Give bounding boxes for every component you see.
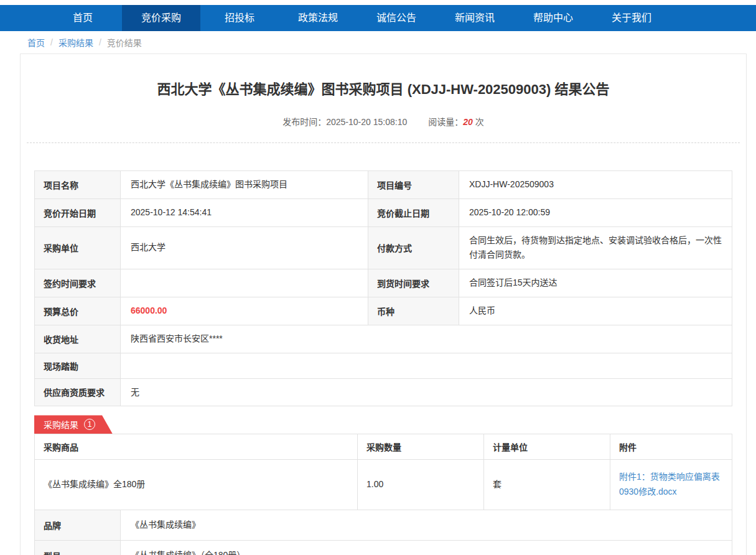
row-value: 西北大学《丛书集成续编》图书采购项目 [121, 171, 368, 199]
row-label: 竞价截止日期 [368, 198, 459, 226]
views-count: 20 [463, 117, 473, 127]
result-section-badge: 采购结果 1 [34, 415, 113, 434]
row-label: 项目编号 [368, 171, 459, 199]
table-row-sign-delivery-time: 签约时间要求 到货时间要求 合同签订后15天内送达 [35, 269, 732, 297]
column-header: 附件 [610, 434, 732, 460]
row-value: 《丛书集成续编》 [121, 510, 732, 540]
table-row-purchaser-payment: 采购单位 西北大学 付款方式 合同生效后，待货物到达指定地点、安装调试验收合格后… [35, 226, 732, 269]
breadcrumb-current: 竞价结果 [107, 36, 142, 49]
row-label: 采购单位 [35, 226, 121, 269]
nav-item-tender[interactable]: 招投标 [200, 5, 279, 31]
row-label: 型号 [35, 540, 121, 555]
table-row-budget-currency: 预算总价 66000.00 币种 人民币 [35, 297, 732, 325]
column-header: 采购商品 [35, 434, 358, 460]
row-value: 西北大学 [121, 226, 368, 269]
row-value: XDJJ-HW-202509003 [459, 171, 732, 199]
purchase-quantity: 1.00 [358, 460, 484, 510]
row-value: 人民币 [459, 297, 732, 325]
unit-of-measure: 套 [484, 460, 610, 510]
nav-item-help-center[interactable]: 帮助中心 [514, 5, 592, 31]
table-row-supplier-qualification: 供应商资质要求 无 [35, 378, 732, 406]
breadcrumb-section-link[interactable]: 采购结果 [58, 36, 93, 49]
row-label: 收货地址 [35, 325, 121, 353]
table-row-site-survey: 现场踏勘 [35, 353, 732, 378]
row-value: 合同生效后，待货物到达指定地点、安装调试验收合格后，一次性付清合同货款。 [459, 226, 732, 269]
nav-item-integrity-notice[interactable]: 诚信公告 [357, 5, 436, 31]
views-label: 阅读量： [428, 117, 463, 127]
result-badge-label: 采购结果 [44, 418, 78, 431]
row-label: 预算总价 [35, 297, 121, 325]
budget-total-price: 66000.00 [121, 297, 368, 325]
dashed-divider [27, 142, 740, 143]
column-header: 采购数量 [358, 434, 484, 460]
top-nav-bar: 首页 竞价采购 招投标 政策法规 诚信公告 新闻资讯 帮助中心 关于我们 [0, 5, 756, 31]
nav-item-about-us[interactable]: 关于我们 [592, 5, 671, 31]
row-value [121, 269, 368, 297]
row-label: 品牌 [35, 510, 121, 540]
nav-item-policy[interactable]: 政策法规 [279, 5, 357, 31]
result-badge-count: 1 [84, 419, 95, 430]
breadcrumb-separator: / [50, 37, 53, 47]
result-header-row: 采购商品 采购数量 计量单位 附件 [35, 434, 732, 460]
purchase-result-table: 采购商品 采购数量 计量单位 附件 《丛书集成续编》全180册 1.00 套 附… [34, 434, 732, 510]
row-label: 到货时间要求 [368, 269, 459, 297]
nav-item-news[interactable]: 新闻资讯 [436, 5, 514, 31]
publish-time-label: 发布时间： [282, 117, 326, 127]
row-label: 签约时间要求 [35, 269, 121, 297]
row-value: 合同签订后15天内送达 [459, 269, 732, 297]
publish-time-value: 2025-10-20 15:08:10 [326, 117, 407, 127]
row-value: 无 [121, 378, 732, 406]
nav-item-bidding-purchase[interactable]: 竞价采购 [122, 5, 200, 31]
row-value: 《丛书集成续编》（全180册） [121, 540, 732, 555]
breadcrumb-separator: / [99, 37, 101, 47]
row-label: 项目名称 [35, 171, 121, 199]
breadcrumb: 首页 / 采购结果 / 竞价结果 [0, 31, 756, 54]
table-row-bid-dates: 竞价开始日期 2025-10-12 14:54:41 竞价截止日期 2025-1… [35, 198, 732, 226]
product-name: 《丛书集成续编》全180册 [35, 460, 358, 510]
article-meta: 发布时间：2025-10-20 15:08:10阅读量：20次 [21, 115, 746, 128]
result-item-row: 《丛书集成续编》全180册 1.00 套 附件1：货物类响应偏离表0930修改.… [35, 460, 732, 510]
nav-item-home[interactable]: 首页 [44, 5, 122, 31]
row-value [121, 353, 732, 378]
row-label: 供应商资质要求 [35, 378, 121, 406]
table-row-brand: 品牌 《丛书集成续编》 [35, 510, 732, 540]
page-title: 西北大学《丛书集成续编》图书采购项目 (XDJJ-HW-202509003) 结… [21, 78, 746, 98]
row-value: 陕西省西安市长安区**** [121, 325, 732, 353]
announcement-card: 西北大学《丛书集成续编》图书采购项目 (XDJJ-HW-202509003) 结… [20, 54, 747, 555]
views-unit: 次 [475, 117, 484, 127]
column-header: 计量单位 [484, 434, 610, 460]
attachment-link[interactable]: 附件1：货物类响应偏离表0930修改.docx [619, 470, 723, 500]
table-row-delivery-address: 收货地址 陕西省西安市长安区**** [35, 325, 732, 353]
deal-details-table: 品牌 《丛书集成续编》 型号 《丛书集成续编》（全180册） 成交总价 5390… [34, 510, 732, 555]
row-label: 竞价开始日期 [35, 198, 121, 226]
project-info-table: 项目名称 西北大学《丛书集成续编》图书采购项目 项目编号 XDJJ-HW-202… [34, 170, 732, 406]
row-label: 现场踏勘 [35, 353, 121, 378]
row-value: 2025-10-20 12:00:59 [459, 198, 732, 226]
breadcrumb-home-link[interactable]: 首页 [27, 36, 45, 49]
row-label: 付款方式 [368, 226, 459, 269]
table-row-project-name: 项目名称 西北大学《丛书集成续编》图书采购项目 项目编号 XDJJ-HW-202… [35, 171, 732, 199]
table-row-model: 型号 《丛书集成续编》（全180册） [35, 540, 732, 555]
row-value: 2025-10-12 14:54:41 [121, 198, 368, 226]
row-label: 币种 [368, 297, 459, 325]
